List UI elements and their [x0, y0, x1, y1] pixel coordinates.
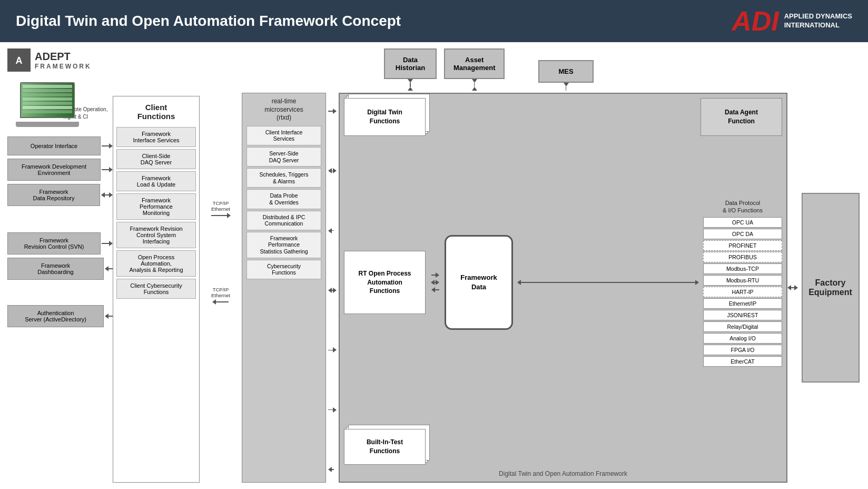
dt-framework-box: Digital Twin Functions Data Agent Functi… — [339, 93, 787, 483]
proto-profinet: PROFINET — [703, 240, 782, 251]
rtxd-title: real-time microservices (rtxd) — [246, 97, 321, 122]
left-box-fw-dashboarding: Framework Dashboarding — [7, 258, 104, 280]
rtxd-server-side-daq: Server-Side DAQ Server — [246, 147, 321, 167]
adept-sub: FRAMEWORK — [35, 63, 92, 70]
dt-framework-label: Digital Twin and Open Automation Framewo… — [344, 468, 782, 477]
rtxd-panel: real-time microservices (rtxd) Client In… — [242, 93, 326, 483]
proto-opc-ua: OPC UA — [703, 217, 782, 228]
cf-interface-services: Framework Interface Services — [116, 127, 196, 147]
adept-name: ADEPT — [35, 51, 92, 63]
tcpip-area: TCP/IP Ethernet TCP/IP Ethernet — [200, 96, 242, 483]
built-in-test-box: Built-In-Test Functions — [344, 429, 426, 465]
proto-profibus: PROFIBUS — [703, 252, 782, 262]
data-agent-box: Data Agent Function — [701, 98, 782, 136]
laptop-area: Remote Operation, Mgmt & CI — [16, 82, 113, 127]
cf-rev-control: Framework Revision Control System Interf… — [116, 222, 196, 248]
left-boxes: Operator Interface Framework Development… — [7, 136, 113, 327]
proto-modbus-rtu: Modbus-RTU — [703, 275, 782, 286]
framework-data-box: Framework Data — [445, 235, 513, 330]
adi-company-name: APPLIED DYNAMICS INTERNATIONAL — [784, 12, 852, 30]
left-box-fw-data-repo: Framework Data Repository — [7, 184, 100, 206]
proto-json-rest: JSON/REST — [703, 310, 782, 320]
header: Digital Twin and Open Automation Framewo… — [0, 0, 868, 42]
data-historian-box: Data Historian — [384, 48, 437, 79]
rtxd-fw-perf-stats: Framework Performance Statistics Gatheri… — [246, 232, 321, 258]
cf-perf-monitoring: Framework Performance Monitoring — [116, 193, 196, 220]
left-box-fw-rev-control: Framework Revision Control (SVN) — [7, 232, 101, 255]
svg-text:A: A — [16, 55, 23, 66]
adept-icon: A — [7, 48, 31, 72]
rt-open-process-box: RT Open Process Automation Functions — [344, 251, 426, 314]
proto-opc-da: OPC DA — [703, 229, 782, 239]
left-column: A ADEPT FRAMEWORK — [7, 48, 113, 483]
left-box-fw-dev-env: Framework Development Environment — [7, 159, 101, 181]
protocol-title: Data Protocol & I/O Functions — [703, 197, 782, 218]
proto-hart-ip: HART-IP — [703, 287, 782, 297]
factory-equipment-col: Factory Equipment — [800, 93, 861, 483]
page-title: Digital Twin and Open Automation Framewo… — [16, 13, 401, 30]
rtxd-schedules: Schedules, Triggers & Alarms — [246, 168, 321, 188]
left-box-operator-interface: Operator Interface — [7, 136, 101, 155]
digital-twin-functions: Digital Twin Functions — [344, 98, 426, 136]
rtxd-distributed-ipc: Distributed & IPC Communication — [246, 211, 321, 230]
proto-ethernet-ip: Ethernet/IP — [703, 298, 782, 309]
cf-daq-server: Client-Side DAQ Server — [116, 149, 196, 169]
mes-box: MES — [538, 60, 593, 83]
proto-ethercat: EtherCAT — [703, 356, 782, 367]
proto-modbus-tcp: Modbus-TCP — [703, 263, 782, 274]
rtxd-arrows — [326, 93, 339, 483]
cf-load-update: Framework Load & Update — [116, 171, 196, 191]
adi-logo-area: ADI APPLIED DYNAMICS INTERNATIONAL — [732, 7, 852, 35]
adi-logo: ADI — [732, 7, 779, 35]
adept-logo: A ADEPT FRAMEWORK — [7, 48, 113, 72]
proto-relay-digital: Relay/Digital — [703, 321, 782, 332]
external-boxes-row: Data Historian Asset Management — [384, 48, 861, 91]
rtxd-client-interface: Client Interface Services — [246, 126, 321, 145]
client-functions-title: Client Functions — [116, 101, 196, 125]
cf-cybersecurity: Client Cybersecurity Functions — [116, 279, 196, 299]
rtxd-cybersecurity: Cybersecurity Functions — [246, 260, 321, 279]
proto-fpga-io: FPGA I/O — [703, 345, 782, 355]
proto-analog-io: Analog I/O — [703, 333, 782, 344]
left-box-auth-server: Authentication Server (ActiveDirectory) — [7, 305, 104, 327]
protocol-panel: Data Protocol & I/O Functions OPC UA OPC… — [703, 197, 782, 368]
factory-equipment-box: Factory Equipment — [802, 193, 860, 383]
factory-arrow — [787, 93, 800, 483]
asset-management-box: Asset Management — [444, 48, 505, 79]
rtxd-data-probe: Data Probe & Overrides — [246, 189, 321, 209]
cf-open-process: Open Process Automation, Analysis & Repo… — [116, 250, 196, 277]
client-functions-panel: Client Functions Framework Interface Ser… — [113, 96, 200, 483]
